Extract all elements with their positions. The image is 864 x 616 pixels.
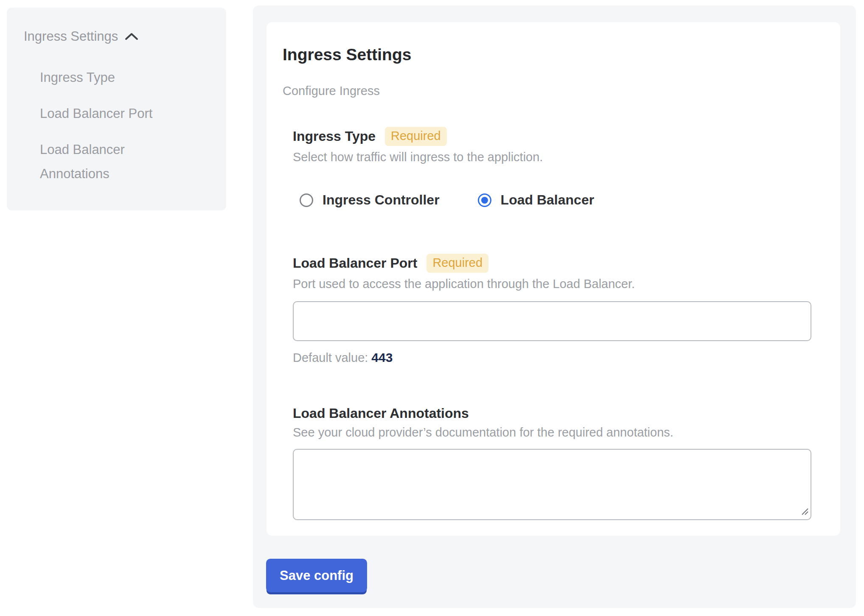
radio-load-balancer[interactable] — [478, 193, 491, 207]
section-load-balancer-port: Load Balancer Port Required Port used to… — [293, 254, 811, 365]
save-config-button[interactable]: Save config — [266, 559, 367, 592]
radio-label-load-balancer: Load Balancer — [501, 192, 595, 208]
default-value: 443 — [371, 350, 393, 364]
ingress-type-description: Select how traffic will ingress to the a… — [293, 150, 811, 164]
sidebar-group-ingress-settings[interactable]: Ingress Settings — [24, 29, 213, 44]
ingress-settings-panel: Ingress Settings Configure Ingress Ingre… — [253, 6, 856, 608]
load-balancer-annotations-description: See your cloud provider’s documentation … — [293, 426, 811, 440]
required-badge: Required — [385, 127, 447, 146]
radio-option-ingress-controller[interactable]: Ingress Controller — [300, 192, 440, 208]
ingress-type-label: Ingress Type — [293, 129, 376, 144]
ingress-type-radio-group: Ingress Controller Load Balancer — [300, 192, 811, 208]
default-value-label: Default value: — [293, 351, 368, 364]
sidebar-item-load-balancer-port[interactable]: Load Balancer Port — [40, 101, 176, 126]
sidebar-item-list: Ingress Type Load Balancer Port Load Bal… — [24, 65, 213, 186]
sidebar-item-load-balancer-annotations[interactable]: Load Balancer Annotations — [40, 137, 176, 186]
section-ingress-type: Ingress Type Required Select how traffic… — [293, 127, 811, 208]
load-balancer-port-input[interactable] — [293, 301, 811, 341]
section-load-balancer-annotations: Load Balancer Annotations See your cloud… — [293, 406, 811, 520]
ingress-settings-card: Ingress Settings Configure Ingress Ingre… — [266, 22, 840, 536]
page-subtitle: Configure Ingress — [283, 84, 811, 98]
radio-label-ingress-controller: Ingress Controller — [323, 192, 440, 208]
sidebar-group-label: Ingress Settings — [24, 29, 118, 44]
chevron-up-icon — [125, 29, 138, 44]
load-balancer-annotations-label: Load Balancer Annotations — [293, 406, 469, 421]
radio-option-load-balancer[interactable]: Load Balancer — [478, 192, 595, 208]
required-badge: Required — [426, 254, 488, 273]
default-value-line: Default value:443 — [293, 350, 811, 365]
load-balancer-annotations-textarea[interactable] — [293, 449, 811, 520]
load-balancer-port-description: Port used to access the application thro… — [293, 277, 811, 291]
sidebar-item-ingress-type[interactable]: Ingress Type — [40, 65, 176, 90]
radio-ingress-controller[interactable] — [300, 193, 313, 207]
page-title: Ingress Settings — [283, 45, 811, 64]
settings-sidebar: Ingress Settings Ingress Type Load Balan… — [7, 8, 226, 210]
load-balancer-port-label: Load Balancer Port — [293, 255, 417, 271]
